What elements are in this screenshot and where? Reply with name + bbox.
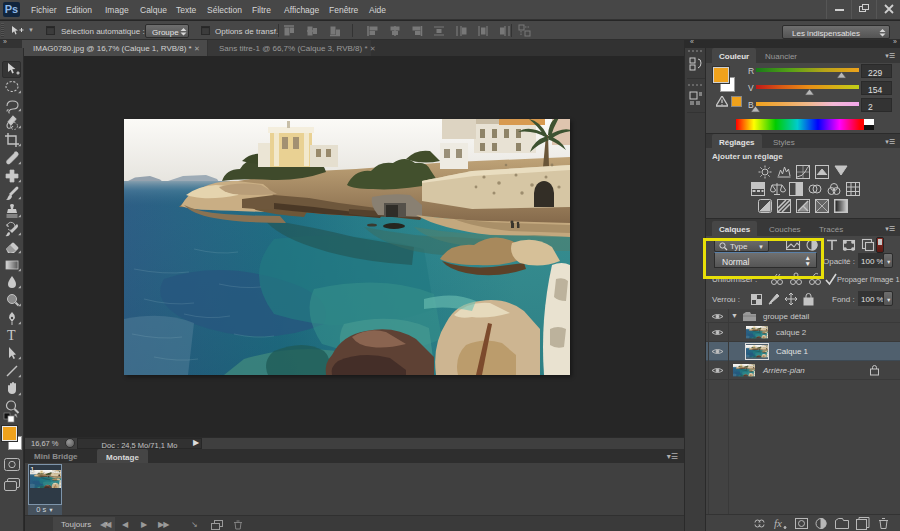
svg-text:T: T [7, 328, 16, 343]
svg-text:fx: fx [774, 517, 782, 529]
